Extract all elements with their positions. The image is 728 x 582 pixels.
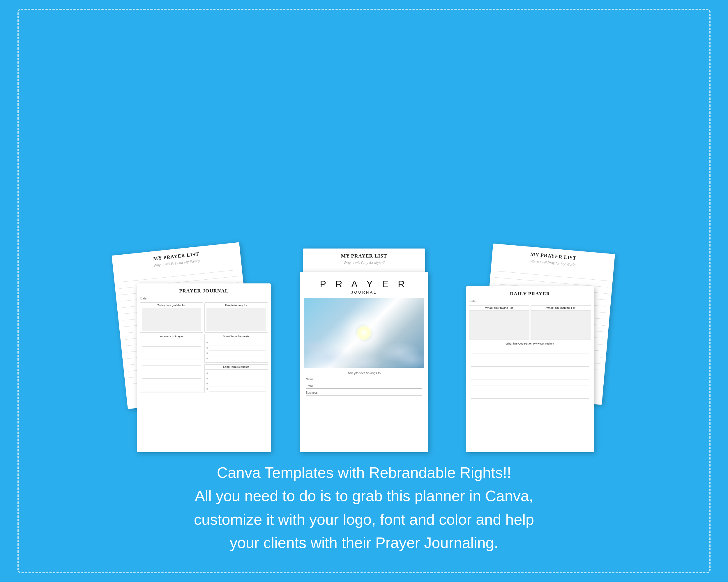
left-card-group: MY PRAYER LIST Ways I will Pray for My F…: [120, 249, 283, 452]
pj-long-label: Long Term Requests: [204, 364, 268, 369]
prayer-journal-card: PRAYER JOURNAL Date: Today I am grateful…: [137, 283, 271, 452]
cards-section: MY PRAYER LIST Ways I will Pray for My F…: [36, 22, 692, 452]
prayer-list-center-title: MY PRAYER LIST: [303, 249, 425, 261]
prayer-journal-title: PRAYER JOURNAL: [137, 283, 271, 296]
pj-answers-col: Answers to Prayer: [140, 334, 203, 393]
bottom-text-section: Canva Templates with Rebrandable Rights!…: [165, 452, 563, 558]
prayer-journal-bottom-section: Answers to Prayer Short Term Requests: [140, 334, 268, 393]
cover-name-field: Name: [306, 377, 422, 382]
bottom-line1: Canva Templates with Rebrandable Rights!…: [194, 461, 534, 484]
bottom-line3: customize it with your logo, font and co…: [194, 508, 534, 531]
cover-business-label: Business: [306, 391, 322, 394]
prayer-journal-top-grid: Today I am grateful for People to pray f…: [140, 302, 268, 333]
pj-short-list: [204, 339, 268, 363]
daily-prayer-title: DAILY PRAYER: [466, 286, 594, 299]
dp-heart-lines: [469, 346, 591, 400]
cover-title: P R A Y E R: [300, 272, 428, 290]
pj-grateful-label: Today I am grateful for: [142, 304, 201, 307]
cover-belongs-to-text: This planner belongs to: [300, 371, 428, 375]
pj-short-label: Short Term Requests: [204, 334, 268, 339]
pj-people-label: People to pray for: [206, 304, 266, 307]
prayer-journal-date: Date:: [137, 296, 271, 301]
pj-cell-grateful: Today I am grateful for: [140, 302, 203, 333]
pj-requests-col: Short Term Requests Long Term Requests: [204, 334, 268, 393]
cover-name-label: Name: [306, 378, 322, 381]
cover-subtitle: JOURNAL: [300, 290, 428, 298]
dp-thankful-label: What I am Thankful For: [531, 306, 591, 310]
cover-email-field: Email: [306, 384, 422, 389]
pj-long-list: [204, 369, 268, 393]
prayer-list-center-subtitle: Ways I will Pray for Myself: [303, 261, 425, 267]
bottom-line2: All you need to do is to grab this plann…: [194, 484, 534, 508]
dp-heart-cell: What has God Put on My Heart Today?: [469, 341, 591, 400]
center-card-group: MY PRAYER LIST Ways I will Pray for Myse…: [283, 249, 445, 452]
prayer-cover-card: P R A Y E R JOURNAL This planner belongs…: [300, 272, 428, 452]
dp-heart-label: What has God Put on My Heart Today?: [469, 341, 591, 346]
cover-email-line: [322, 384, 422, 388]
cover-business-line: [322, 390, 422, 395]
cover-clouds: [304, 315, 424, 368]
pj-answers-label: Answers to Prayer: [140, 334, 203, 339]
cover-business-field: Business: [306, 390, 422, 395]
outer-border: MY PRAYER LIST Ways I will Pray for My F…: [18, 9, 710, 573]
pj-cell-people: People to pray for: [204, 302, 268, 333]
dp-praying-cell: What I am Praying For: [469, 305, 529, 340]
cover-name-line: [322, 377, 422, 382]
daily-prayer-card: DAILY PRAYER Date: What I am Praying For…: [466, 286, 594, 452]
daily-prayer-grid: What I am Praying For What I am Thankful…: [469, 305, 591, 340]
cover-sun: [355, 324, 373, 342]
dp-thankful-cell: What I am Thankful For: [530, 305, 591, 340]
dp-praying-label: What I am Praying For: [469, 306, 529, 310]
right-card-group: MY PRAYER LIST Ways I will Pray for My W…: [445, 249, 608, 452]
cover-email-label: Email: [306, 384, 322, 388]
cover-image: [304, 298, 424, 368]
pj-answers-list: [140, 339, 203, 393]
bottom-line4: your clients with their Prayer Journalin…: [194, 531, 534, 555]
daily-prayer-date: Date:: [466, 299, 594, 304]
